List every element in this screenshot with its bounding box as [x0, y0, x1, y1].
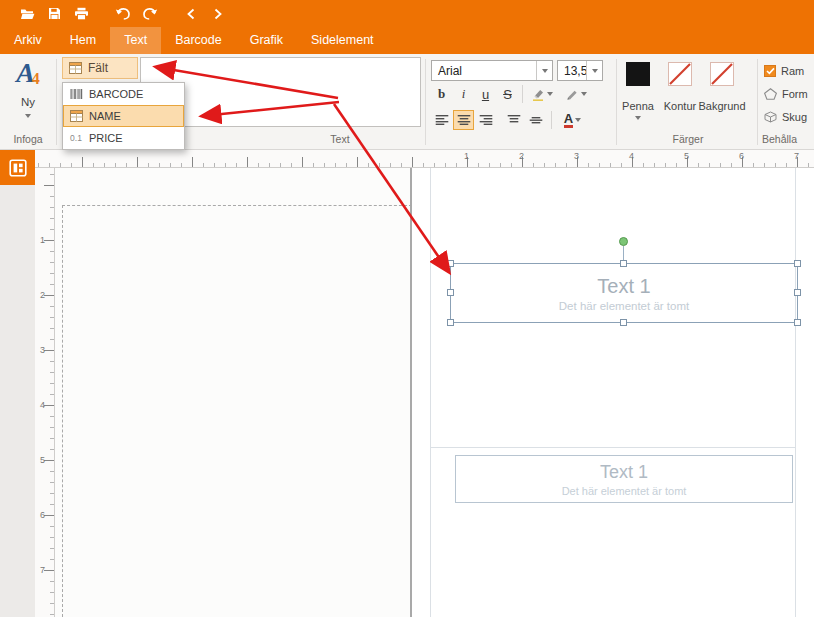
pen-color-label[interactable]: Penna	[618, 100, 658, 112]
new-button-label[interactable]: Ny	[0, 96, 56, 108]
italic-button[interactable]: i	[453, 84, 474, 104]
highlighter-icon	[532, 88, 545, 101]
ribbon-tab-bar: Arkiv Hem Text Barcode Grafik Sidelement	[0, 27, 814, 54]
new-text-button[interactable]: A 4	[8, 56, 48, 94]
vertical-ruler: 1 2 3 4 5 6 7	[35, 168, 55, 617]
dropdown-item-name[interactable]: NAME	[63, 105, 184, 127]
selection-handle-s[interactable]	[620, 319, 627, 326]
chevron-down-icon	[592, 69, 598, 73]
field-table-icon	[69, 62, 82, 74]
underline-button[interactable]: u	[475, 84, 496, 104]
selection-handle-e[interactable]	[794, 289, 801, 296]
font-size-select[interactable]: 13,5	[557, 60, 603, 81]
valign-top-button[interactable]	[503, 110, 524, 130]
page-margin-dashed-left	[62, 205, 63, 617]
selection-handle-n[interactable]	[620, 260, 627, 267]
pen-color-swatch[interactable]	[626, 62, 650, 86]
design-surface[interactable]: Text 1 Det här elementet är tomt Text 1 …	[55, 168, 814, 617]
label-page	[412, 168, 814, 617]
selection-handle-w[interactable]	[447, 289, 454, 296]
no-background-icon	[710, 62, 734, 86]
background-color-swatch[interactable]	[710, 62, 734, 90]
text-element[interactable]: Text 1 Det här elementet är tomt	[455, 455, 793, 503]
align-left-icon	[435, 114, 449, 126]
ruler-number: 5	[684, 151, 689, 161]
ruler-number: 7	[794, 151, 799, 161]
chevron-right-icon	[213, 8, 223, 20]
text-element-selected[interactable]: Text 1 Det här elementet är tomt	[450, 263, 798, 323]
rotation-handle[interactable]	[619, 237, 628, 246]
chevron-left-icon	[186, 8, 196, 20]
dropdown-item-label: NAME	[89, 110, 121, 122]
new-dropdown-caret[interactable]	[25, 114, 31, 118]
save-button[interactable]	[41, 0, 68, 27]
shape-button-label: Form	[782, 88, 808, 100]
tab-barcode[interactable]: Barcode	[161, 27, 236, 54]
bold-button[interactable]: b	[431, 84, 452, 104]
align-center-icon	[457, 114, 471, 126]
highlight-color-button[interactable]	[528, 84, 557, 104]
align-center-button[interactable]	[453, 110, 474, 130]
outline-color-swatch[interactable]	[668, 62, 692, 90]
barcode-icon	[69, 88, 83, 100]
shape-pentagon-icon	[764, 88, 777, 100]
font-family-value: Arial	[432, 64, 536, 78]
edit-text-button[interactable]	[562, 84, 591, 104]
tab-hem[interactable]: Hem	[56, 27, 110, 54]
font-family-select[interactable]: Arial	[431, 60, 553, 81]
font-size-dropdown-button[interactable]	[586, 61, 602, 80]
text-element-title: Text 1	[597, 275, 650, 298]
selection-handle-ne[interactable]	[794, 260, 801, 267]
field-table-icon	[69, 110, 83, 122]
align-right-button[interactable]	[475, 110, 496, 130]
background-color-label[interactable]: Bakgrund	[696, 100, 748, 112]
pen-color-caret[interactable]	[635, 116, 641, 120]
selection-handle-se[interactable]	[794, 319, 801, 326]
undo-button[interactable]	[109, 0, 136, 27]
page-panel-button[interactable]	[0, 150, 35, 185]
label-layout-icon	[9, 159, 27, 177]
label-section-separator	[430, 447, 795, 448]
font-effects-button[interactable]: A	[558, 110, 587, 130]
redo-button[interactable]	[136, 0, 163, 27]
selection-handle-sw[interactable]	[447, 319, 454, 326]
dropdown-item-barcode[interactable]: BARCODE	[63, 83, 184, 105]
nav-back-button[interactable]	[177, 0, 204, 27]
open-folder-icon	[20, 7, 35, 21]
ruler-number: 1	[464, 151, 469, 161]
field-button[interactable]: Fält	[62, 57, 138, 79]
tab-sidelement[interactable]: Sidelement	[297, 27, 388, 54]
align-left-button[interactable]	[431, 110, 452, 130]
strikethrough-button[interactable]: S	[497, 84, 518, 104]
valign-top-icon	[507, 114, 521, 126]
shadow-button[interactable]: Skug	[764, 108, 807, 126]
tab-text[interactable]: Text	[110, 27, 161, 54]
no-outline-icon	[668, 62, 692, 86]
print-icon	[74, 7, 89, 21]
redo-icon	[142, 7, 158, 20]
a4-icon-4: 4	[32, 70, 40, 88]
label-border-right	[795, 168, 796, 617]
tab-arkiv[interactable]: Arkiv	[0, 27, 56, 54]
nav-forward-button[interactable]	[204, 0, 231, 27]
text-element-placeholder: Det här elementet är tomt	[559, 300, 689, 312]
ruler-number: 2	[40, 290, 45, 300]
ruler-number: 7	[40, 565, 45, 575]
page-margin-dashed-top	[62, 205, 412, 206]
frame-checkbox-row[interactable]: Ram	[764, 62, 804, 80]
ruler-number: 3	[574, 151, 579, 161]
selection-handle-nw[interactable]	[447, 260, 454, 267]
workspace: 1 2 3 4 5 6 7 1 2 3 4 5 6 7 Text 1 Det h…	[0, 150, 814, 617]
checkbox-checked-icon[interactable]	[764, 65, 776, 77]
font-color-icon: A	[564, 112, 573, 128]
shape-button[interactable]: Form	[764, 85, 808, 103]
font-family-dropdown-button[interactable]	[536, 61, 552, 80]
dropdown-item-price[interactable]: 0.1 PRICE	[63, 127, 184, 149]
field-dropdown-menu: BARCODE NAME 0.1 PRICE	[62, 82, 185, 150]
valign-middle-button[interactable]	[525, 110, 546, 130]
toolbar-divider	[551, 111, 552, 129]
open-file-button[interactable]	[14, 0, 41, 27]
text-element-title: Text 1	[600, 462, 648, 483]
tab-grafik[interactable]: Grafik	[236, 27, 297, 54]
print-button[interactable]	[68, 0, 95, 27]
